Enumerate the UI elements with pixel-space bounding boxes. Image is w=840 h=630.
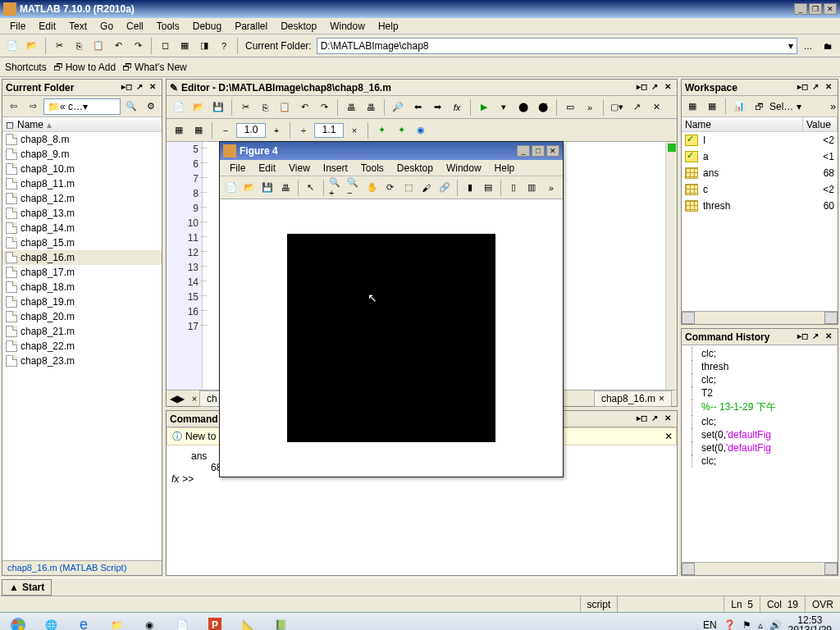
tray-network-icon[interactable]: ▵: [758, 619, 763, 631]
editor-find-icon[interactable]: 🔎: [389, 98, 407, 116]
stack-icon[interactable]: ▭: [561, 98, 579, 116]
panel-undock-icon[interactable]: ↗: [134, 82, 145, 94]
menu-tools[interactable]: Tools: [150, 19, 186, 34]
figure-window[interactable]: Figure 4 _ □ ✕ File Edit View Insert Too…: [219, 141, 564, 477]
fig-rotate-icon[interactable]: ⟳: [382, 179, 399, 197]
taskbar-app-1[interactable]: 🌐: [34, 614, 67, 631]
fig-link-icon[interactable]: 🔗: [436, 179, 453, 197]
fig-hide-icon[interactable]: ▯: [505, 179, 522, 197]
fig-menu-edit[interactable]: Edit: [252, 161, 282, 176]
fig-menu-view[interactable]: View: [282, 161, 317, 176]
ws-col-name[interactable]: Name: [682, 117, 803, 131]
run-advance-icon[interactable]: ✦: [372, 121, 390, 139]
fig-menu-help[interactable]: Help: [488, 161, 522, 176]
history-item[interactable]: set(0,'defaultFig: [683, 441, 836, 454]
taskbar-chrome-icon[interactable]: ◉: [133, 614, 166, 631]
history-item[interactable]: clc;: [683, 347, 836, 360]
history-item[interactable]: thresh: [683, 360, 836, 373]
fig-brush-icon[interactable]: 🖌: [418, 179, 435, 197]
ws-dropdown-icon[interactable]: ▸◻: [797, 82, 808, 94]
panel-close-icon[interactable]: ✕: [147, 82, 158, 94]
cut-icon[interactable]: ✂: [50, 37, 68, 55]
menu-debug[interactable]: Debug: [186, 19, 228, 34]
whats-new-link[interactable]: 🗗 What's New: [122, 62, 187, 73]
ws-col-value[interactable]: Value: [803, 117, 838, 131]
parent-folder-icon[interactable]: 🖿: [819, 37, 837, 55]
tray-flag-icon[interactable]: ⚑: [742, 619, 751, 631]
file-row[interactable]: chap8_17.m: [2, 265, 162, 280]
menu-cell[interactable]: Cell: [120, 19, 150, 34]
ws-plot-icon[interactable]: 📊: [730, 98, 748, 116]
file-row[interactable]: chap8_19.m: [2, 294, 162, 309]
menu-parallel[interactable]: Parallel: [228, 19, 274, 34]
tab-nav-left[interactable]: ◀▶: [170, 393, 185, 404]
history-item[interactable]: clc;: [683, 373, 836, 386]
history-item[interactable]: clc;: [683, 415, 836, 428]
fig-menu-desktop[interactable]: Desktop: [390, 161, 440, 176]
folder-breadcrumb[interactable]: 📁 « c… ▾: [43, 98, 121, 115]
tab-close-icon[interactable]: ×: [659, 393, 664, 404]
workspace-row[interactable]: thresh60: [682, 198, 838, 214]
fig-pointer-icon[interactable]: ↖: [303, 179, 319, 197]
minus-icon[interactable]: −: [217, 121, 235, 139]
ws-open-icon[interactable]: ▦: [703, 98, 721, 116]
file-row[interactable]: chap8_22.m: [2, 339, 162, 354]
editor-redo-icon[interactable]: ↷: [315, 98, 333, 116]
browse-folder-button[interactable]: …: [799, 37, 817, 55]
fig-close-button[interactable]: ✕: [546, 145, 559, 157]
undo-icon[interactable]: ↶: [109, 37, 127, 55]
times-icon[interactable]: ×: [345, 121, 363, 139]
fig-legend-icon[interactable]: ▤: [480, 179, 496, 197]
editor-paste-icon[interactable]: 📋: [276, 98, 294, 116]
cmd-close-icon[interactable]: ✕: [662, 413, 673, 425]
file-row[interactable]: chap8_8.m: [2, 132, 162, 147]
taskbar-matlab-icon[interactable]: 📐: [231, 614, 264, 631]
file-row[interactable]: chap8_18.m: [2, 280, 162, 294]
file-row[interactable]: chap8_16.m: [2, 250, 162, 265]
editor-dropdown-icon[interactable]: ▸◻: [636, 82, 647, 94]
taskbar-ppt-icon[interactable]: P: [199, 614, 231, 631]
fig-more-icon[interactable]: »: [543, 179, 559, 197]
fig-new-icon[interactable]: 📄: [223, 179, 240, 197]
restore-button[interactable]: ❐: [809, 3, 822, 15]
zoom1-input[interactable]: 1.0: [236, 123, 266, 138]
editor-copy-icon[interactable]: ⎘: [256, 98, 274, 116]
undock2-icon[interactable]: ↗: [628, 98, 646, 116]
editor-print2-icon[interactable]: 🖶: [362, 98, 380, 116]
run-dropdown-icon[interactable]: ▾: [495, 98, 513, 116]
history-item[interactable]: T2: [683, 386, 836, 399]
fig-menu-tools[interactable]: Tools: [354, 161, 390, 176]
editor-save-icon[interactable]: 💾: [209, 98, 227, 116]
file-list[interactable]: ◻ Name ▴ chap8_8.mchap8_9.mchap8_10.mcha…: [2, 117, 162, 560]
file-row[interactable]: chap8_21.m: [2, 324, 162, 339]
cell-eval-icon[interactable]: ▦: [189, 121, 208, 139]
run-section-icon[interactable]: ✦: [392, 121, 410, 139]
fig-minimize-button[interactable]: _: [517, 145, 530, 157]
file-row[interactable]: chap8_20.m: [2, 309, 162, 324]
profiler-icon[interactable]: ◨: [195, 37, 213, 55]
layout-icon[interactable]: ▢▾: [608, 98, 626, 116]
file-row[interactable]: chap8_15.m: [2, 235, 162, 250]
fig-pan-icon[interactable]: ✋: [364, 179, 381, 197]
history-item[interactable]: set(0,'defaultFig: [683, 428, 836, 441]
menu-text[interactable]: Text: [62, 19, 94, 34]
menu-edit[interactable]: Edit: [32, 19, 62, 34]
workspace-row[interactable]: a<1: [682, 148, 838, 165]
forward-icon[interactable]: ⇨: [24, 98, 42, 116]
fig-menu-window[interactable]: Window: [440, 161, 488, 176]
history-item[interactable]: %-- 13-1-29 下午: [683, 399, 836, 415]
code-analyzer-strip[interactable]: [665, 142, 677, 390]
open-icon[interactable]: 📂: [23, 37, 41, 55]
figure-canvas[interactable]: ↖: [220, 199, 563, 477]
editor-fx-icon[interactable]: fx: [448, 98, 466, 116]
workspace-row[interactable]: I<2: [682, 132, 838, 148]
tray-volume-icon[interactable]: 🔊: [769, 619, 782, 631]
file-row[interactable]: chap8_23.m: [2, 354, 162, 368]
info-icon[interactable]: ◉: [412, 121, 430, 139]
cell-add-icon[interactable]: ▦: [170, 121, 188, 139]
run-icon[interactable]: ▶: [475, 98, 493, 116]
editor-undock-icon[interactable]: ↗: [649, 82, 660, 94]
editor-open-icon[interactable]: 📂: [189, 98, 208, 116]
editor-close-icon[interactable]: ✕: [662, 82, 673, 94]
gear-icon[interactable]: ⚙: [142, 98, 160, 116]
